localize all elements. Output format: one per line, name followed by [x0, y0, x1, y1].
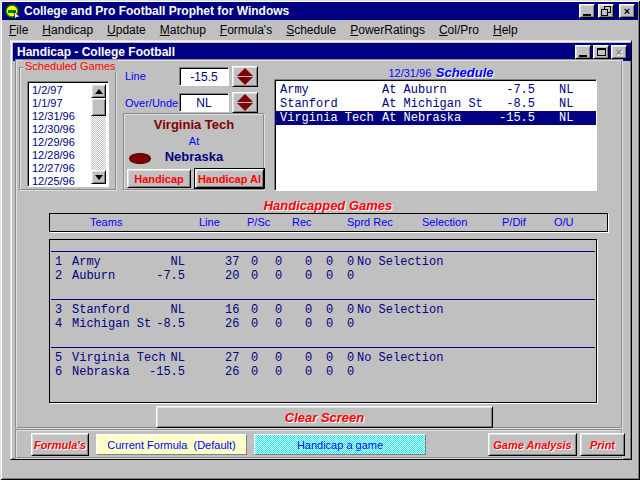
- line-spinner[interactable]: [232, 66, 258, 87]
- restore-icon[interactable]: [598, 4, 614, 18]
- sprd-rec-1: 0: [305, 317, 312, 331]
- app-icon: [5, 4, 21, 19]
- spin-up-icon[interactable]: [237, 68, 253, 76]
- scroll-up-icon[interactable]: [91, 84, 106, 98]
- line-value: -15.5: [137, 365, 185, 379]
- handicapped-row[interactable]: 6Nebraska-15.52600000: [51, 365, 595, 379]
- line-label: Line: [125, 70, 146, 82]
- sprd-rec-3: 0: [347, 255, 354, 269]
- handicap-all-button[interactable]: Handicap Al: [195, 169, 264, 188]
- at-label: At: [123, 135, 265, 147]
- app-window: College and Pro Football Prophet for Win…: [0, 0, 640, 480]
- column-rec: Rec: [292, 216, 312, 228]
- rec-1: 0: [251, 365, 258, 379]
- rec-2: 0: [275, 269, 282, 283]
- selection: No Selection: [357, 351, 443, 365]
- clear-screen-button[interactable]: Clear Screen: [156, 406, 493, 428]
- spin-down-icon[interactable]: [237, 77, 253, 85]
- menu-formulas[interactable]: Formula's: [213, 21, 279, 39]
- child-minimize-icon[interactable]: [575, 45, 591, 59]
- away-team: Virginia Tech: [123, 117, 265, 132]
- scroll-down-icon[interactable]: [91, 170, 106, 184]
- schedule-list[interactable]: ArmyAt Auburn-7.5NLStanfordAt Michigan S…: [274, 79, 597, 191]
- menu-powerratings[interactable]: PowerRatings: [343, 21, 432, 39]
- projected-score: 37: [225, 255, 239, 269]
- column-sprdrec: Sprd Rec: [347, 216, 393, 228]
- game-group: 1ArmyNL3700000No Selection2Auburn-7.5200…: [51, 251, 595, 283]
- menu-update[interactable]: Update: [100, 21, 153, 39]
- schedule-opponent: At Nebraska: [382, 111, 461, 125]
- schedule-line: -8.5: [465, 97, 535, 111]
- handicap-a-game-panel: Handicap a game: [254, 434, 426, 455]
- child-maximize-icon[interactable]: [593, 45, 609, 59]
- handicapped-row[interactable]: 5Virginia TechNL2700000No Selection: [51, 351, 595, 365]
- handicapped-games-table[interactable]: 1ArmyNL3700000No Selection2Auburn-7.5200…: [49, 239, 597, 403]
- menu-schedule[interactable]: Schedule: [279, 21, 343, 39]
- minimize-icon[interactable]: [579, 4, 595, 18]
- rec-2: 0: [275, 351, 282, 365]
- projected-score: 27: [225, 351, 239, 365]
- sprd-rec-2: 0: [326, 317, 333, 331]
- sprd-rec-2: 0: [326, 255, 333, 269]
- schedule-ou: NL: [559, 83, 573, 97]
- handicapped-row[interactable]: 3StanfordNL1600000No Selection: [51, 303, 595, 317]
- formulas-button[interactable]: Formula's: [31, 433, 89, 456]
- line-input[interactable]: [179, 67, 229, 86]
- row-number: 2: [55, 269, 62, 283]
- menu-matchup[interactable]: Matchup: [153, 21, 213, 39]
- schedule-team: Stanford: [280, 97, 338, 111]
- sprd-rec-1: 0: [305, 351, 312, 365]
- row-number: 6: [55, 365, 62, 379]
- spin-up-icon[interactable]: [237, 94, 253, 102]
- sprd-rec-1: 0: [305, 269, 312, 283]
- projected-score: 20: [225, 269, 239, 283]
- schedule-date: 12/31/96: [388, 67, 431, 79]
- schedule-team: Virginia Tech: [280, 111, 374, 125]
- game-analysis-button[interactable]: Game Analysis: [488, 433, 577, 456]
- row-number: 3: [55, 303, 62, 317]
- column-selection: Selection: [422, 216, 467, 228]
- handicapped-games-title: Handicapped Games: [49, 196, 607, 214]
- menu-help[interactable]: Help: [486, 21, 525, 39]
- schedule-row[interactable]: Virginia TechAt Nebraska-15.5NL: [275, 111, 596, 125]
- print-button[interactable]: Print: [580, 433, 625, 456]
- schedule-line: -7.5: [465, 83, 535, 97]
- schedule-row[interactable]: ArmyAt Auburn-7.5NL: [275, 83, 596, 97]
- team-name: Stanford: [72, 303, 130, 317]
- rec-1: 0: [251, 317, 258, 331]
- rec-2: 0: [275, 365, 282, 379]
- over-under-input[interactable]: [179, 93, 229, 112]
- row-number: 1: [55, 255, 62, 269]
- home-team: Nebraska: [123, 149, 265, 164]
- handicapped-row[interactable]: 1ArmyNL3700000No Selection: [51, 255, 595, 269]
- scheduled-games-label: Scheduled Games: [23, 60, 118, 72]
- schedule-row[interactable]: StanfordAt Michigan St-8.5NL: [275, 97, 596, 111]
- scheduled-games-list[interactable]: 1/2/971/1/9712/31/9612/30/9612/29/9612/2…: [27, 81, 109, 187]
- sprd-rec-3: 0: [347, 269, 354, 283]
- menu-handicap[interactable]: Handicap: [35, 21, 100, 39]
- line-value: NL: [137, 351, 185, 365]
- sprd-rec-1: 0: [305, 303, 312, 317]
- line-value: -8.5: [137, 317, 185, 331]
- dates-scrollbar[interactable]: [91, 84, 106, 184]
- over-under-spinner[interactable]: [232, 92, 258, 113]
- scrollbar-thumb[interactable]: [91, 98, 106, 116]
- team-name: Nebraska: [72, 365, 130, 379]
- handicapped-row[interactable]: 2Auburn-7.52000000: [51, 269, 595, 283]
- rec-1: 0: [251, 269, 258, 283]
- handicapped-row[interactable]: 4Michigan St-8.52600000: [51, 317, 595, 331]
- menu-colpro[interactable]: Col/Pro: [432, 21, 486, 39]
- projected-score: 26: [225, 317, 239, 331]
- column-line: Line: [199, 216, 220, 228]
- close-icon[interactable]: ×: [619, 4, 635, 18]
- column-teams: Teams: [90, 216, 122, 228]
- rec-1: 0: [251, 303, 258, 317]
- menu-file[interactable]: File: [2, 21, 35, 39]
- sprd-rec-2: 0: [326, 303, 333, 317]
- selection: No Selection: [357, 255, 443, 269]
- handicap-button[interactable]: Handicap: [127, 169, 191, 188]
- spin-down-icon[interactable]: [237, 103, 253, 111]
- menu-bar: FileHandicapUpdateMatchupFormula'sSchedu…: [2, 20, 638, 39]
- sprd-rec-3: 0: [347, 317, 354, 331]
- schedule-ou: NL: [559, 111, 573, 125]
